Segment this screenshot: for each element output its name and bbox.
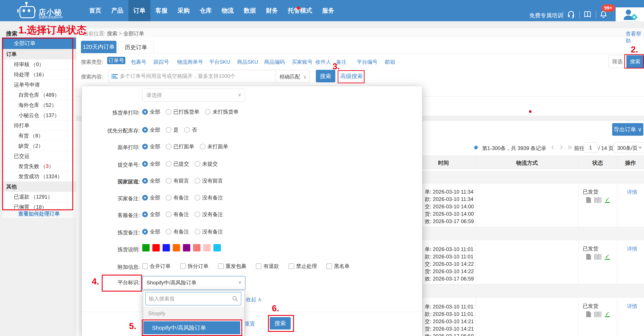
- prev-page-icon[interactable]: [550, 144, 556, 150]
- dropdown-option-shopify-risk[interactable]: Shopify中/高风险订单: [143, 321, 240, 334]
- radio-option[interactable]: 有备注: [166, 228, 189, 235]
- radio-option[interactable]: 全部: [142, 228, 160, 235]
- headset-icon[interactable]: [567, 11, 575, 18]
- dropdown-search-input[interactable]: [148, 293, 227, 304]
- radio-option[interactable]: 有留言: [166, 177, 189, 184]
- sidebar-item-pending-process[interactable]: 待处理（16）: [2, 70, 76, 80]
- user-account-button[interactable]: [616, 7, 644, 21]
- color-swatch[interactable]: [162, 244, 170, 251]
- checkbox-option[interactable]: 有退款: [256, 263, 279, 270]
- nav-item-home[interactable]: 首页: [84, 0, 106, 21]
- document-icon[interactable]: [586, 197, 591, 203]
- sidebar-item-to-print[interactable]: 待打单: [2, 120, 76, 131]
- radio-option[interactable]: 已提交: [166, 160, 189, 167]
- tab-history-orders[interactable]: 历史订单: [118, 41, 154, 53]
- search-type-product-sku[interactable]: 商品SKU: [237, 59, 258, 65]
- nav-item-purchase[interactable]: 采购: [172, 0, 194, 21]
- radio-option[interactable]: 没有备注: [194, 194, 223, 201]
- nav-item-hosting[interactable]: 托管模式: [283, 0, 317, 21]
- search-type-platform-no[interactable]: 平台编号: [357, 59, 378, 65]
- search-type-platform-sku[interactable]: 平台SKU: [209, 59, 230, 65]
- sidebar-item-out-of-stock[interactable]: 缺货（2）: [2, 141, 76, 151]
- nav-item-logistics[interactable]: 物流: [217, 0, 239, 21]
- sidebar-item-refunded[interactable]: 已退款（1291）: [2, 192, 76, 202]
- color-swatch[interactable]: [183, 244, 190, 251]
- search-type-buyer-account[interactable]: 买家账号: [292, 59, 312, 65]
- search-type-remark[interactable]: 备注: [336, 59, 346, 65]
- sidebar-item-pending-review[interactable]: 待审核（0）: [2, 59, 76, 70]
- sidebar-item-cloud-warehouse[interactable]: 小秘云仓（137）: [2, 110, 76, 120]
- match-mode-select[interactable]: 精确匹配 ∨: [280, 73, 306, 80]
- next-page-icon[interactable]: [558, 144, 564, 150]
- search-type-order-no[interactable]: 订单号: [107, 57, 125, 64]
- collapse-advanced-link[interactable]: 收起 ∧: [246, 296, 262, 303]
- sidebar-item-in-stock[interactable]: 有货（8）: [2, 131, 76, 141]
- radio-option[interactable]: 未打面单: [200, 143, 228, 150]
- radio-option[interactable]: 全部: [142, 177, 160, 184]
- manual-book-icon[interactable]: [584, 11, 592, 18]
- how-to-process-orders-link[interactable]: 查看如何处理订单: [2, 209, 76, 219]
- detail-link[interactable]: 详情: [627, 303, 637, 310]
- nav-item-finance[interactable]: 财务: [261, 0, 283, 21]
- search-type-recipient[interactable]: 收件人: [316, 59, 331, 65]
- radio-option[interactable]: 全部: [142, 211, 160, 218]
- color-swatch[interactable]: [203, 244, 211, 251]
- export-orders-button[interactable]: 导出订单 ∨: [612, 123, 643, 136]
- detail-link[interactable]: 详情: [627, 245, 637, 252]
- checkbox-option[interactable]: 拆分订单: [180, 263, 208, 270]
- color-swatch[interactable]: [152, 244, 160, 251]
- radio-option[interactable]: 全部: [142, 160, 160, 167]
- sidebar-item-ship-failed[interactable]: 发货失败（3）: [2, 161, 76, 172]
- platform-flag-select[interactable]: Shopify中/高风险订单 ∨: [142, 276, 246, 290]
- radio-option[interactable]: 已打面单: [166, 143, 194, 150]
- radio-option[interactable]: 没有备注: [194, 211, 223, 218]
- search-type-tracking-no[interactable]: 跟踪号: [154, 59, 169, 65]
- radio-option[interactable]: 否: [184, 126, 197, 133]
- table-settings-gear-icon[interactable]: [473, 144, 479, 150]
- sidebar-item-overseas-warehouse[interactable]: 海外仓库（52）: [2, 100, 76, 110]
- barcode-icon[interactable]: [594, 197, 601, 203]
- panel-search-button[interactable]: 搜索: [270, 317, 291, 329]
- nav-item-services[interactable]: 服务: [317, 0, 339, 21]
- barcode-icon[interactable]: [594, 254, 601, 260]
- nav-item-service[interactable]: 客服: [150, 0, 172, 21]
- filter-button[interactable]: 筛选: [608, 55, 626, 68]
- dianxiaomi-logo-icon[interactable]: [18, 2, 36, 19]
- radio-option[interactable]: 没有留言: [194, 177, 223, 184]
- sidebar-item-ship-success[interactable]: 发货成功（1324）: [2, 172, 76, 182]
- color-swatch[interactable]: [142, 244, 150, 251]
- checkbox-option[interactable]: 重发包裹: [218, 263, 246, 270]
- detail-link[interactable]: 详情: [627, 189, 637, 196]
- tab-120-days-orders[interactable]: 120天内订单: [81, 41, 116, 53]
- document-icon[interactable]: [586, 254, 591, 260]
- training-link[interactable]: 免费专属培训: [529, 12, 563, 19]
- checkbox-option[interactable]: 禁止处理: [288, 263, 317, 270]
- nav-item-warehouse[interactable]: 仓库: [194, 0, 217, 21]
- checkbox-option[interactable]: 合并订单: [142, 263, 170, 270]
- top-search-button[interactable]: 搜索: [626, 55, 644, 68]
- sidebar-item-all-orders[interactable]: 全部订单: [2, 38, 76, 49]
- breadcrumb-section[interactable]: 搜索: [107, 31, 117, 36]
- nav-item-orders[interactable]: 订单: [128, 0, 150, 21]
- sidebar-item-tracking-apply[interactable]: 运单号申请: [2, 80, 76, 90]
- content-search-button[interactable]: 搜索: [316, 70, 335, 82]
- nav-item-data[interactable]: 数据: [239, 0, 261, 21]
- radio-option[interactable]: 全部: [142, 143, 160, 150]
- search-type-carrier-no[interactable]: 物流商单号: [177, 59, 203, 65]
- country-select[interactable]: 请选择 ∨: [142, 89, 245, 102]
- document-icon[interactable]: [586, 311, 591, 317]
- checkbox-option[interactable]: 黑名单: [326, 263, 350, 270]
- radio-option[interactable]: 有备注: [166, 194, 189, 201]
- search-type-package-no[interactable]: 包裹号: [131, 59, 146, 65]
- search-type-product-code[interactable]: 商品编码: [264, 59, 285, 65]
- radio-option[interactable]: 是: [166, 126, 178, 133]
- sidebar-item-own-warehouse[interactable]: 自营仓库（489）: [2, 90, 76, 100]
- radio-option[interactable]: 没有备注: [194, 228, 223, 235]
- page-size-select[interactable]: 300条/页: [614, 142, 644, 153]
- first-page-icon[interactable]: [541, 144, 547, 150]
- radio-option[interactable]: 有备注: [166, 211, 189, 218]
- last-page-icon[interactable]: [566, 144, 572, 150]
- color-swatch[interactable]: [173, 244, 180, 251]
- page-number-input[interactable]: [584, 142, 597, 153]
- color-swatch[interactable]: [214, 244, 221, 251]
